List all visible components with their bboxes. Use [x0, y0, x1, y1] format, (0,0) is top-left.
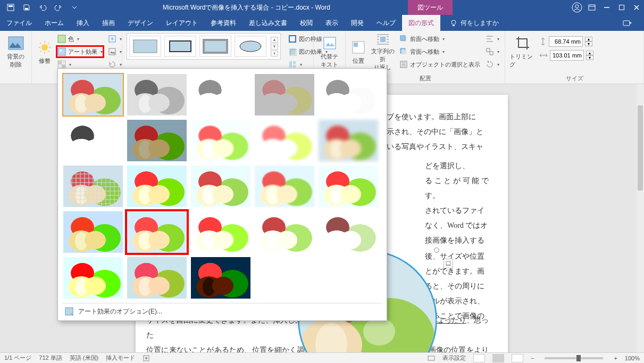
- art-effect-option[interactable]: [126, 73, 188, 117]
- art-effect-option[interactable]: [62, 164, 124, 208]
- style-thumb-3[interactable]: [199, 36, 231, 57]
- style-thumb-2[interactable]: [164, 36, 196, 57]
- art-effect-option[interactable]: [62, 256, 124, 300]
- zoom-out-button[interactable]: −: [531, 355, 534, 361]
- spin-down[interactable]: ▼: [586, 55, 593, 60]
- layout-options-icon[interactable]: [444, 259, 453, 268]
- zoom-slider[interactable]: [545, 357, 603, 359]
- status-page[interactable]: 1/1 ページ: [4, 354, 31, 362]
- artistic-effects-options[interactable]: アート効果のオプション(E)...: [62, 303, 382, 318]
- artistic-effects-button[interactable]: アート効果▾: [56, 46, 104, 57]
- view-read-mode[interactable]: [473, 354, 485, 362]
- view-print-layout[interactable]: [492, 354, 504, 362]
- corrections-button[interactable]: 修整: [36, 33, 53, 70]
- art-effect-option[interactable]: [62, 119, 124, 162]
- scrollbar-thumb[interactable]: [638, 105, 643, 191]
- tab-design[interactable]: デザイン: [121, 15, 160, 31]
- display-settings-icon[interactable]: [428, 354, 435, 362]
- art-effect-option[interactable]: [317, 210, 379, 254]
- autosave-icon[interactable]: [3, 0, 18, 15]
- zoom-knob[interactable]: [576, 355, 581, 361]
- vertical-scrollbar[interactable]: [637, 84, 644, 352]
- zoom-in-button[interactable]: +: [614, 355, 617, 361]
- art-effect-option[interactable]: [317, 73, 379, 117]
- status-display-settings[interactable]: 表示設定: [442, 354, 466, 362]
- zoom-level[interactable]: 100%: [625, 355, 640, 361]
- art-effect-option[interactable]: [254, 119, 315, 162]
- align-button[interactable]: ▾: [484, 33, 500, 45]
- rotate-button[interactable]: ▾: [484, 59, 500, 70]
- height-field[interactable]: ▲▼: [539, 36, 593, 47]
- tab-review[interactable]: 校閲: [294, 15, 319, 31]
- remove-background-button[interactable]: 背景の 削除: [4, 33, 27, 70]
- tab-view[interactable]: 表示: [319, 15, 345, 31]
- save-icon[interactable]: [19, 0, 34, 15]
- macro-icon[interactable]: [143, 354, 150, 362]
- qat-more-icon[interactable]: [67, 0, 82, 15]
- resize-handle[interactable]: [434, 248, 439, 253]
- position-button[interactable]: 位置: [350, 33, 367, 70]
- tab-mailmerge[interactable]: 差し込み文書: [242, 15, 294, 31]
- style-thumb-4[interactable]: [235, 36, 266, 57]
- styles-more[interactable]: ▲▼▾: [271, 37, 278, 56]
- spin-down[interactable]: ▼: [585, 42, 592, 46]
- spin-up[interactable]: ▲: [586, 51, 593, 55]
- tab-home[interactable]: ホーム: [38, 15, 70, 31]
- tab-picture-format[interactable]: 図の形式: [402, 15, 440, 31]
- art-effect-option[interactable]: [254, 164, 315, 208]
- tab-file[interactable]: ファイル: [0, 15, 38, 31]
- group-button[interactable]: ▾: [484, 46, 500, 57]
- compress-button[interactable]: ▾: [107, 33, 123, 45]
- alt-text-button[interactable]: 代替テ キスト: [318, 33, 341, 70]
- crop-button[interactable]: トリミング: [509, 33, 536, 70]
- tell-me[interactable]: 何をしますか: [450, 19, 499, 28]
- redo-icon[interactable]: [51, 0, 66, 15]
- wrap-text-button[interactable]: 文字列の折 り返し: [371, 33, 395, 70]
- send-backward-button[interactable]: 背面へ移動▾: [398, 46, 481, 57]
- selection-pane-button[interactable]: オブジェクトの選択と表示: [398, 59, 481, 70]
- svg-rect-34: [402, 50, 406, 54]
- art-effect-option[interactable]: [62, 210, 124, 254]
- art-effect-option[interactable]: [190, 73, 252, 117]
- height-input[interactable]: [549, 36, 583, 47]
- picture-styles-gallery[interactable]: ▲▼▾: [127, 33, 281, 60]
- share-icon[interactable]: [623, 19, 644, 27]
- art-effect-option[interactable]: [190, 210, 252, 254]
- status-language[interactable]: 英語 (米国): [70, 354, 98, 362]
- art-effect-option[interactable]: [190, 256, 252, 300]
- minimize-icon[interactable]: [599, 0, 614, 15]
- spin-up[interactable]: ▲: [585, 37, 592, 42]
- art-effect-option[interactable]: [126, 164, 188, 208]
- art-effect-option[interactable]: [190, 119, 252, 162]
- close-icon[interactable]: [629, 0, 644, 15]
- ribbon-options-icon[interactable]: [584, 0, 599, 15]
- art-effect-option[interactable]: [254, 73, 315, 117]
- art-effect-option[interactable]: [254, 210, 315, 254]
- tab-layout[interactable]: レイアウト: [160, 15, 204, 31]
- bring-forward-button[interactable]: 前面へ移動▾: [398, 33, 481, 45]
- width-field[interactable]: ▲▼: [539, 50, 593, 61]
- art-effect-option[interactable]: [317, 119, 379, 162]
- tab-insert[interactable]: 挿入: [70, 15, 96, 31]
- art-effect-option[interactable]: [190, 164, 252, 208]
- art-effect-option[interactable]: [126, 119, 188, 162]
- tab-help[interactable]: ヘルプ: [370, 15, 402, 31]
- view-web-layout[interactable]: [512, 354, 523, 362]
- tab-references[interactable]: 参考資料: [204, 15, 242, 31]
- status-insert-mode[interactable]: 挿入モード: [106, 354, 135, 362]
- style-thumb-1[interactable]: [129, 36, 161, 57]
- color-button[interactable]: 色▾: [56, 33, 104, 45]
- tab-developer[interactable]: 開発: [345, 15, 370, 31]
- change-picture-button[interactable]: ▾: [107, 46, 123, 57]
- art-effect-option[interactable]: [126, 256, 188, 300]
- art-effect-option[interactable]: [62, 73, 124, 117]
- undo-icon[interactable]: [35, 0, 50, 15]
- maximize-icon[interactable]: [614, 0, 629, 15]
- art-effect-option[interactable]: [126, 210, 188, 254]
- width-input[interactable]: [550, 50, 584, 61]
- resize-handle[interactable]: [436, 317, 441, 323]
- account-icon[interactable]: [570, 0, 584, 15]
- status-words[interactable]: 712 単語: [39, 354, 62, 362]
- tab-draw[interactable]: 描画: [96, 15, 121, 31]
- art-effect-option[interactable]: [317, 164, 379, 208]
